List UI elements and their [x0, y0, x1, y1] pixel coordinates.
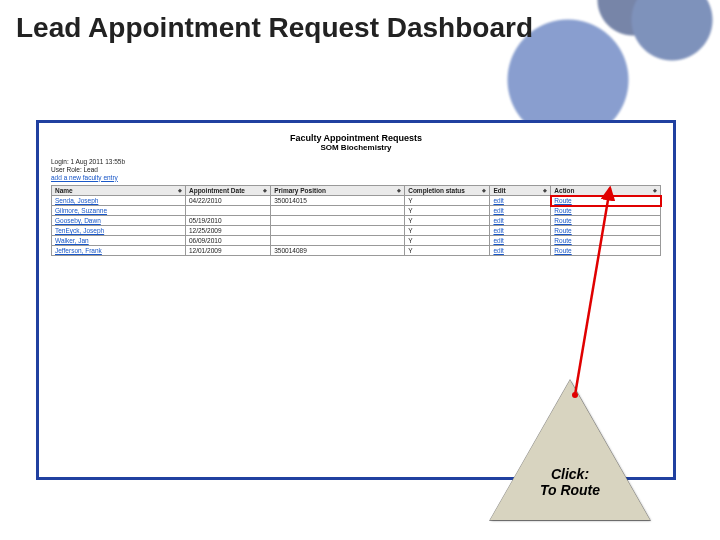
cell-position — [271, 236, 405, 246]
col-status[interactable]: Completion status◆ — [405, 186, 490, 196]
table-row: TenEyck, Joseph 12/25/2009 Y edit Route — [52, 226, 661, 236]
slide-title: Lead Appointment Request Dashboard — [16, 12, 533, 44]
cell-status: Y — [405, 226, 490, 236]
name-link[interactable]: TenEyck, Joseph — [55, 227, 104, 234]
edit-link[interactable]: edit — [493, 237, 503, 244]
cell-date: 12/25/2009 — [185, 226, 270, 236]
cell-status: Y — [405, 236, 490, 246]
requests-table: Name◆ Appointment Date◆ Primary Position… — [51, 185, 661, 256]
name-link[interactable]: Senda, Joseph — [55, 197, 98, 204]
cell-date: 06/09/2010 — [185, 236, 270, 246]
callout-line2: To Route — [540, 482, 600, 498]
cell-status: Y — [405, 246, 490, 256]
role-meta: User Role: Lead — [51, 166, 661, 174]
cell-status: Y — [405, 206, 490, 216]
col-name[interactable]: Name◆ — [52, 186, 186, 196]
table-row: Senda, Joseph 04/22/2010 350014015 Y edi… — [52, 196, 661, 206]
cell-status: Y — [405, 196, 490, 206]
edit-link[interactable]: edit — [493, 217, 503, 224]
cell-position — [271, 206, 405, 216]
screenshot-heading: Faculty Appointment Requests — [51, 133, 661, 143]
cell-position — [271, 216, 405, 226]
cell-position — [271, 226, 405, 236]
callout-text: Click: To Route — [510, 466, 630, 498]
table-row: Jefferson, Frank 12/01/2009 350014089 Y … — [52, 246, 661, 256]
cell-position: 350014089 — [271, 246, 405, 256]
name-link[interactable]: Gooseby, Dawn — [55, 217, 101, 224]
callout-triangle — [490, 380, 650, 520]
cell-date: 04/22/2010 — [185, 196, 270, 206]
cell-position: 350014015 — [271, 196, 405, 206]
cell-date: 05/19/2010 — [185, 216, 270, 226]
edit-link[interactable]: edit — [493, 207, 503, 214]
col-date[interactable]: Appointment Date◆ — [185, 186, 270, 196]
table-row: Gooseby, Dawn 05/19/2010 Y edit Route — [52, 216, 661, 226]
screenshot-subheading: SOM Biochemistry — [51, 143, 661, 152]
route-link[interactable]: Route — [554, 207, 571, 214]
dashboard-screenshot: Faculty Appointment Requests SOM Biochem… — [39, 123, 673, 268]
cell-date — [185, 206, 270, 216]
edit-link[interactable]: edit — [493, 247, 503, 254]
col-action[interactable]: Action◆ — [551, 186, 661, 196]
edit-link[interactable]: edit — [493, 197, 503, 204]
route-link[interactable]: Route — [554, 247, 571, 254]
name-link[interactable]: Gilmore, Suzanne — [55, 207, 107, 214]
cell-date: 12/01/2009 — [185, 246, 270, 256]
callout-line1: Click: — [551, 466, 589, 482]
route-link[interactable]: Route — [554, 237, 571, 244]
add-new-faculty-link[interactable]: add a new faculty entry — [51, 174, 661, 182]
name-link[interactable]: Walker, Jan — [55, 237, 89, 244]
table-row: Gilmore, Suzanne Y edit Route — [52, 206, 661, 216]
col-position[interactable]: Primary Position◆ — [271, 186, 405, 196]
table-row: Walker, Jan 06/09/2010 Y edit Route — [52, 236, 661, 246]
name-link[interactable]: Jefferson, Frank — [55, 247, 102, 254]
cell-status: Y — [405, 216, 490, 226]
col-edit[interactable]: Edit◆ — [490, 186, 551, 196]
route-link[interactable]: Route — [554, 227, 571, 234]
login-meta: Login: 1 Aug 2011 13:55b — [51, 158, 661, 166]
table-header-row: Name◆ Appointment Date◆ Primary Position… — [52, 186, 661, 196]
edit-link[interactable]: edit — [493, 227, 503, 234]
route-link-highlighted[interactable]: Route — [554, 197, 571, 204]
route-link[interactable]: Route — [554, 217, 571, 224]
